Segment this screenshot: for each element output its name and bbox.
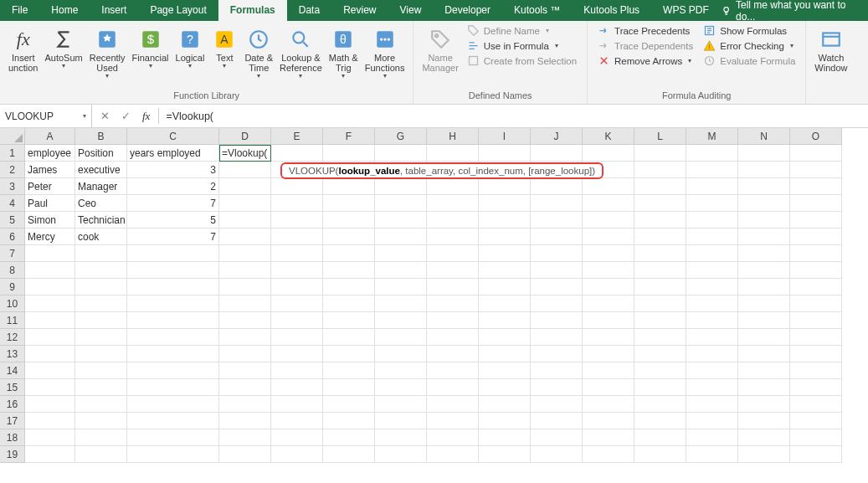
cell-G3[interactable] [375, 178, 427, 195]
cell-I17[interactable] [479, 413, 531, 429]
cell-J6[interactable] [531, 229, 583, 245]
cell-D14[interactable] [219, 362, 271, 379]
cell-C15[interactable] [127, 379, 219, 396]
cell-E19[interactable] [271, 446, 323, 463]
cell-M1[interactable] [686, 145, 738, 162]
row-header-1[interactable]: 1 [0, 145, 25, 162]
cell-B17[interactable] [75, 413, 127, 429]
cell-G13[interactable] [375, 346, 427, 362]
cell-B11[interactable] [75, 312, 127, 329]
cell-L13[interactable] [634, 346, 686, 362]
cell-N1[interactable] [738, 145, 790, 162]
column-header-J[interactable]: J [531, 128, 583, 145]
cell-C17[interactable] [127, 413, 219, 429]
cell-H6[interactable] [427, 229, 479, 245]
cell-J7[interactable] [531, 245, 583, 262]
cell-A15[interactable] [25, 379, 75, 396]
cell-N14[interactable] [738, 362, 790, 379]
cell-K19[interactable] [583, 446, 634, 463]
cell-L5[interactable] [634, 212, 686, 229]
cell-L3[interactable] [634, 178, 686, 195]
cell-C3[interactable]: 2 [127, 178, 219, 195]
cell-D12[interactable] [219, 329, 271, 346]
cell-J3[interactable] [531, 178, 583, 195]
cell-N19[interactable] [738, 446, 790, 463]
cell-L7[interactable] [634, 245, 686, 262]
cell-A4[interactable]: Paul [25, 195, 75, 212]
cell-K13[interactable] [583, 346, 634, 362]
cell-M4[interactable] [686, 195, 738, 212]
use-in-formula-button[interactable]: Use in Formula▾ [467, 39, 577, 52]
cell-J11[interactable] [531, 312, 583, 329]
cell-J5[interactable] [531, 212, 583, 229]
cell-A11[interactable] [25, 312, 75, 329]
cell-O13[interactable] [790, 346, 842, 362]
cell-J17[interactable] [531, 413, 583, 429]
cell-D11[interactable] [219, 312, 271, 329]
recently-used-button[interactable]: Recently Used▾ [86, 23, 129, 80]
define-name-button[interactable]: Define Name▾ [467, 24, 577, 37]
cell-K1[interactable] [583, 145, 634, 162]
cell-D15[interactable] [219, 379, 271, 396]
enter-formula-button[interactable]: ✓ [121, 110, 131, 122]
tab-home[interactable]: Home [39, 0, 90, 21]
text-button[interactable]: A Text▾ [208, 23, 241, 70]
cell-E6[interactable] [271, 229, 323, 245]
cell-L2[interactable] [634, 162, 686, 178]
cell-A9[interactable] [25, 279, 75, 295]
cell-C1[interactable]: years employed [127, 145, 219, 162]
cell-I7[interactable] [479, 245, 531, 262]
cell-E1[interactable] [271, 145, 323, 162]
cell-H10[interactable] [427, 295, 479, 312]
cell-A1[interactable]: employee [25, 145, 75, 162]
cell-L12[interactable] [634, 329, 686, 346]
cell-M18[interactable] [686, 429, 738, 446]
cell-B6[interactable]: cook [75, 229, 127, 245]
cell-I14[interactable] [479, 362, 531, 379]
row-header-4[interactable]: 4 [0, 195, 25, 212]
cell-L11[interactable] [634, 312, 686, 329]
cell-B15[interactable] [75, 379, 127, 396]
cell-F19[interactable] [323, 446, 375, 463]
column-header-B[interactable]: B [75, 128, 127, 145]
cell-O17[interactable] [790, 413, 842, 429]
cell-H7[interactable] [427, 245, 479, 262]
column-header-L[interactable]: L [634, 128, 686, 145]
cell-C6[interactable]: 7 [127, 229, 219, 245]
cell-G6[interactable] [375, 229, 427, 245]
cell-N4[interactable] [738, 195, 790, 212]
row-header-5[interactable]: 5 [0, 212, 25, 229]
column-header-I[interactable]: I [479, 128, 531, 145]
cell-C2[interactable]: 3 [127, 162, 219, 178]
cell-K7[interactable] [583, 245, 634, 262]
cell-O11[interactable] [790, 312, 842, 329]
cell-G11[interactable] [375, 312, 427, 329]
cell-A19[interactable] [25, 446, 75, 463]
cell-B18[interactable] [75, 429, 127, 446]
column-header-E[interactable]: E [271, 128, 323, 145]
cell-K12[interactable] [583, 329, 634, 346]
cell-F16[interactable] [323, 396, 375, 413]
tab-view[interactable]: View [388, 0, 434, 21]
cell-F3[interactable] [323, 178, 375, 195]
cell-F12[interactable] [323, 329, 375, 346]
cell-H13[interactable] [427, 346, 479, 362]
cell-B14[interactable] [75, 362, 127, 379]
cell-grid[interactable]: VLOOKUP(lookup_value, table_array, col_i… [25, 145, 842, 483]
cell-N11[interactable] [738, 312, 790, 329]
cell-O8[interactable] [790, 262, 842, 279]
cell-M8[interactable] [686, 262, 738, 279]
cell-G9[interactable] [375, 279, 427, 295]
cell-C18[interactable] [127, 429, 219, 446]
cell-I15[interactable] [479, 379, 531, 396]
cell-B5[interactable]: Technician [75, 212, 127, 229]
tab-kutools[interactable]: Kutools ™ [502, 0, 572, 21]
cell-G8[interactable] [375, 262, 427, 279]
cell-E10[interactable] [271, 295, 323, 312]
function-tooltip[interactable]: VLOOKUP(lookup_value, table_array, col_i… [280, 162, 603, 179]
cell-G5[interactable] [375, 212, 427, 229]
cell-F8[interactable] [323, 262, 375, 279]
cell-E15[interactable] [271, 379, 323, 396]
cell-F6[interactable] [323, 229, 375, 245]
cell-J12[interactable] [531, 329, 583, 346]
